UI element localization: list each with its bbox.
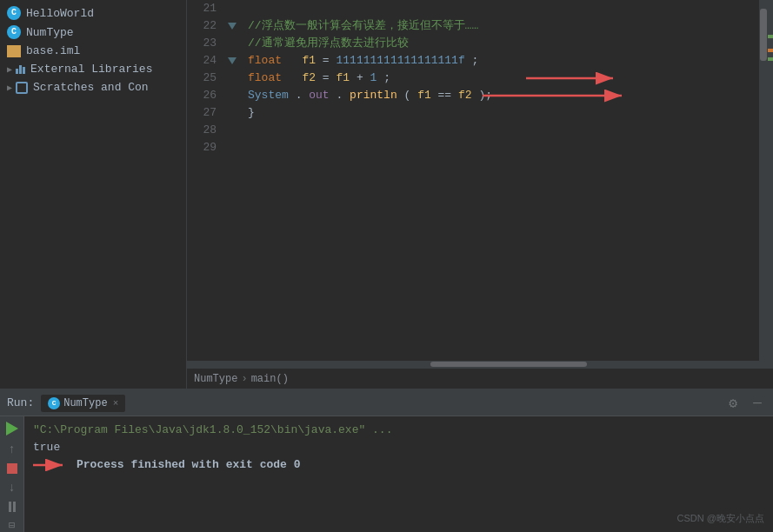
down-arrow-icon: ↓ <box>8 481 15 495</box>
line-num-25: 25 <box>187 70 217 87</box>
red-arrow-output-icon <box>33 459 71 471</box>
code-line-23: //通常避免用浮点数去进行比较 <box>248 35 759 52</box>
gutter-area <box>223 0 241 361</box>
run-toolbar: ↑ ↓ ⊟ <box>0 416 24 532</box>
main-area: C HelloWorld C NumType base.iml ▶ Extern… <box>0 0 773 389</box>
run-tab-numtype[interactable]: C NumType × <box>41 395 125 412</box>
breadcrumb-method: main() <box>251 373 289 385</box>
run-tab-icon: C <box>48 397 60 409</box>
stop-button[interactable] <box>3 463 21 474</box>
line-numbers: 21 22 23 24 25 26 27 28 29 <box>187 0 223 361</box>
red-arrow-line25 <box>526 71 630 85</box>
play-button[interactable] <box>3 422 21 436</box>
red-arrow-line26 <box>483 89 639 103</box>
code-content[interactable]: //浮点数一般计算会有误差，接近但不等于…… //通常避免用浮点数去进行比较 f… <box>241 0 759 361</box>
run-panel-header: Run: C NumType × ⚙ — <box>0 390 773 416</box>
code-line-26: System . out . println ( f1 == f2 ); <box>248 87 759 104</box>
code-line-21 <box>248 0 759 17</box>
editor-scrollbar-thumb <box>430 362 587 367</box>
color-mark-2 <box>768 49 773 52</box>
field-out: out <box>309 89 329 102</box>
process-finished-text: Process finished with exit code 0 <box>77 456 300 474</box>
gutter-bookmark-24 <box>225 54 239 68</box>
code-line-27: } <box>248 104 759 122</box>
sidebar-item-baseiml[interactable]: base.iml <box>0 42 186 60</box>
run-output: "C:\Program Files\Java\jdk1.8.0_152\bin\… <box>24 416 773 532</box>
class-icon-numtype: C <box>7 25 21 39</box>
breadcrumb-file: NumType <box>194 373 237 385</box>
color-markers-bar <box>768 0 773 361</box>
collapse-arrow-scratches-icon: ▶ <box>7 83 12 93</box>
num-1: 1 <box>370 71 377 84</box>
sidebar-item-scratches[interactable]: ▶ Scratches and Con <box>0 78 186 96</box>
line-num-23: 23 <box>187 35 217 52</box>
pause-icon <box>9 502 16 512</box>
keyword-float-24: float <box>248 54 282 67</box>
output-line-3: Process finished with exit code 0 <box>33 456 764 474</box>
code-line-28 <box>248 122 759 139</box>
comment-text-23: //通常避免用浮点数去进行比较 <box>248 37 409 50</box>
code-line-22: //浮点数一般计算会有误差，接近但不等于…… <box>248 17 759 35</box>
var-f1-ref: f1 <box>336 71 350 84</box>
stop-icon <box>7 463 17 474</box>
sidebar-item-numtype[interactable]: C NumType <box>0 23 186 42</box>
editor-scrollbar[interactable] <box>759 0 768 361</box>
step-button[interactable]: ⊟ <box>3 519 21 532</box>
var-f2-26: f2 <box>458 89 472 102</box>
code-line-25: float f2 = f1 + 1 ; <box>248 70 759 87</box>
code-container: 21 22 23 24 25 26 27 28 29 <box>187 0 773 361</box>
gear-icon-button[interactable]: ⚙ <box>724 395 742 412</box>
minimize-button[interactable]: — <box>749 395 766 412</box>
editor-horizontal-scrollbar[interactable] <box>187 361 773 368</box>
iml-file-icon <box>7 45 21 57</box>
close-tab-button[interactable]: × <box>113 398 119 409</box>
code-line-29 <box>248 139 759 156</box>
run-panel: Run: C NumType × ⚙ — ↑ ↓ <box>0 389 773 532</box>
color-mark-1 <box>768 35 773 38</box>
editor-area: 21 22 23 24 25 26 27 28 29 <box>187 0 773 389</box>
sidebar-item-label: HelloWorld <box>26 7 94 20</box>
output-line-1: "C:\Program Files\Java\jdk1.8.0_152\bin\… <box>33 422 764 439</box>
up-arrow-icon: ↑ <box>8 442 15 456</box>
num-val-f1: 111111111111111111f <box>336 54 464 67</box>
output-line-2: true <box>33 439 764 456</box>
pause-button[interactable] <box>3 502 21 512</box>
collapse-arrow-icon: ▶ <box>7 64 12 75</box>
code-line-24: float f1 = 111111111111111111f ; <box>248 52 759 70</box>
line-num-21: 21 <box>187 0 217 17</box>
watermark-text: CSDN @晚安小点点 <box>677 512 764 525</box>
breadcrumb-bar: NumType › main() <box>187 368 773 389</box>
library-icon <box>16 65 25 74</box>
scratch-icon <box>16 82 28 94</box>
class-icon-helloworld: C <box>7 6 21 20</box>
comment-text-22: //浮点数一般计算会有误差，接近但不等于…… <box>248 19 478 32</box>
sidebar-item-external-libraries[interactable]: ▶ External Libraries <box>0 60 186 78</box>
scroll-down-button[interactable]: ↓ <box>3 481 21 495</box>
sidebar: C HelloWorld C NumType base.iml ▶ Extern… <box>0 0 187 389</box>
gutter-bookmark-22 <box>225 19 239 33</box>
scroll-up-button[interactable]: ↑ <box>3 442 21 456</box>
scrollbar-thumb <box>760 9 767 61</box>
line-num-27: 27 <box>187 104 217 122</box>
breadcrumb-separator: › <box>241 373 247 385</box>
keyword-float-25: float <box>248 71 282 84</box>
color-mark-3 <box>768 57 773 61</box>
var-f1: f1 <box>302 54 316 67</box>
line-num-26: 26 <box>187 87 217 104</box>
line-num-29: 29 <box>187 139 217 156</box>
method-println: println <box>350 89 397 102</box>
step-icon: ⊟ <box>9 519 15 532</box>
var-f1-26: f1 <box>417 89 431 102</box>
class-system: System <box>248 89 289 102</box>
sidebar-item-helloworld[interactable]: C HelloWorld <box>0 3 186 23</box>
run-label: Run: <box>7 396 34 409</box>
line-num-22: 22 <box>187 17 217 35</box>
output-true-text: true <box>33 441 60 454</box>
play-icon <box>6 422 18 436</box>
run-tab-name: NumType <box>63 397 107 409</box>
output-path-text: "C:\Program Files\Java\jdk1.8.0_152\bin\… <box>33 423 392 436</box>
sidebar-item-label: NumType <box>26 26 74 39</box>
sidebar-item-label: base.iml <box>26 44 80 57</box>
line-num-24: 24 <box>187 52 217 70</box>
line-num-28: 28 <box>187 122 217 139</box>
